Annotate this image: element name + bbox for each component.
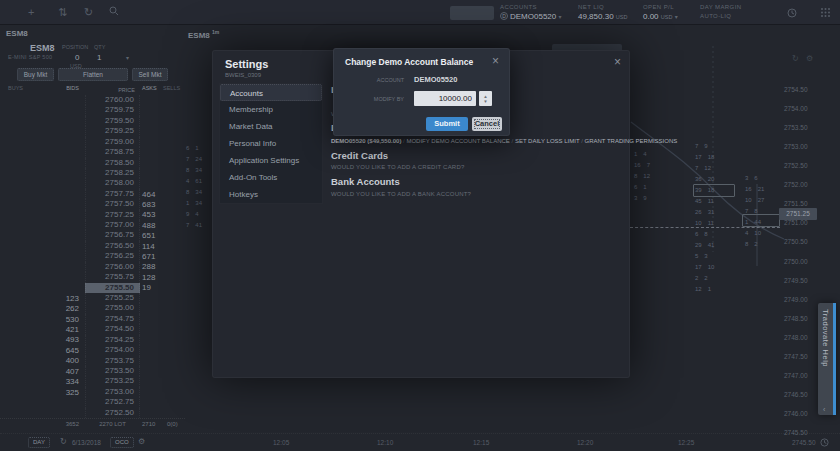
chart-refresh-icon[interactable]: ↻ [792,54,799,63]
sell-mkt-button[interactable]: Sell Mkt [132,68,168,81]
settings-nav-add-on-tools[interactable]: Add-On Tools [220,169,322,186]
ladder-cell-asks[interactable]: 19 [140,283,163,292]
ladder-cell-price[interactable]: 2759.50 [85,116,140,126]
ladder-cell-price[interactable]: 2755.25 [85,293,140,303]
ladder-cell-price[interactable]: 2757.50 [85,199,140,209]
ladder-row[interactable]: 2755.75128 [0,272,185,282]
ladder-cell-asks[interactable]: 464 [140,190,163,199]
chevron-down-icon[interactable]: ▾ [126,54,129,61]
ladder-cell-price[interactable]: 2758.00 [85,178,140,188]
ladder-cell-price[interactable]: 2756.00 [85,262,140,272]
search-icon[interactable] [109,5,119,19]
ladder-cell-bids[interactable]: 325 [35,388,85,397]
transfer-icon[interactable]: ⇅ [58,5,67,19]
ladder-cell-price[interactable]: 2753.00 [85,387,140,397]
settings-nav-application-settings[interactable]: Application Settings [220,152,322,169]
ladder-cell-price[interactable]: 2760.00 [85,95,140,105]
ladder-cell-price[interactable]: 2754.75 [85,314,140,324]
ladder-cell-asks[interactable]: 453 [140,210,163,219]
ladder-cell-price[interactable]: 2755.00 [85,303,140,313]
header-button[interactable] [450,6,494,20]
ladder-cell-price[interactable]: 2752.75 [85,397,140,407]
ladder-row[interactable]: 6452754.00 [0,345,185,355]
ladder-row[interactable]: 2752.75 [0,397,185,407]
ladder-row[interactable]: 2756.75651 [0,230,185,240]
settings-nav-personal-info[interactable]: Personal Info [220,135,322,152]
clock-icon[interactable] [820,438,829,450]
ladder-cell-price[interactable]: 2756.50 [85,241,140,251]
ladder-cell-price[interactable]: 2754.50 [85,324,140,334]
ladder-cell-bids[interactable]: 334 [35,377,85,386]
ladder-cell-price[interactable]: 2757.75 [85,189,140,199]
ladder-row[interactable]: 2758.25 [0,168,185,178]
ladder-cell-price[interactable]: 2757.00 [85,220,140,230]
demo-account-link[interactable]: MODIFY DEMO ACCOUNT BALANCE [406,138,509,144]
ladder-row[interactable]: 2759.00 [0,137,185,147]
ladder-cell-price[interactable]: 2754.25 [85,335,140,345]
ladder-row[interactable]: 2758.50 [0,158,185,168]
chart-timeframe[interactable]: 1m [212,29,219,35]
ladder-cell-bids[interactable]: 400 [35,356,85,365]
oco-badge[interactable]: OCO [110,437,134,448]
ladder-row[interactable]: 2756.25671 [0,251,185,261]
ladder-cell-price[interactable]: 2756.75 [85,230,140,240]
ladder-row[interactable]: 2756.50114 [0,241,185,251]
settings-nav-membership[interactable]: Membership [220,101,322,118]
close-icon[interactable]: × [492,55,499,67]
tradovate-help-tab[interactable]: Tradovate Help ‹ [818,303,836,415]
ladder-cell-asks[interactable]: 671 [140,252,163,261]
qty-stepper[interactable]: 1 [97,53,101,62]
ladder-cell-asks[interactable]: 128 [140,273,163,282]
ladder-cell-asks[interactable]: 683 [140,200,163,209]
ladder-row[interactable]: 3252753.00 [0,387,185,397]
ladder-row[interactable]: 5302754.75 [0,314,185,324]
close-icon[interactable]: × [614,56,621,68]
ladder-cell-price[interactable]: 2758.25 [85,168,140,178]
tif-day-badge[interactable]: DAY [28,437,50,448]
spinner-down-icon[interactable]: ▼ [483,99,487,104]
flatten-button[interactable]: Flatten [58,68,128,81]
cancel-button[interactable]: Cancel [472,117,502,131]
ladder-cell-bids[interactable]: 262 [35,304,85,313]
buy-mkt-button[interactable]: Buy Mkt [17,68,54,81]
ladder-cell-price[interactable]: 2758.75 [85,147,140,157]
ladder-cell-asks[interactable]: 288 [140,262,163,271]
account-selector[interactable]: Accounts DDEMO05520 ▾ [500,4,562,21]
ladder-row[interactable]: 1232755.25 [0,293,185,303]
ladder-cell-price[interactable]: 2759.00 [85,137,140,147]
ladder-cell-bids[interactable]: 530 [35,315,85,324]
ladder-row[interactable]: 4932754.25 [0,335,185,345]
ladder-row[interactable]: 2759.50 [0,116,185,126]
ladder-cell-price[interactable]: 2758.50 [85,158,140,168]
ladder-row[interactable]: 2755.5019 [0,283,185,293]
ladder-row[interactable]: 3342753.25 [0,376,185,386]
order-settings-gear-icon[interactable]: ⚙ [138,437,145,447]
openpl-group[interactable]: Open P/L 0.00 USD ▾ [643,4,678,21]
ladder-cell-price[interactable]: 2752.50 [85,408,140,418]
ladder-cell-price[interactable]: 2759.25 [85,126,140,136]
ladder-cell-price[interactable]: 2753.75 [85,356,140,366]
settings-nav-accounts[interactable]: Accounts [220,84,322,101]
ladder-row[interactable]: 2759.75 [0,105,185,115]
ladder-row[interactable]: 4072753.50 [0,366,185,376]
ladder-cell-bids[interactable]: 407 [35,367,85,376]
settings-nav-market-data[interactable]: Market Data [220,118,322,135]
ladder-cell-price[interactable]: 2754.00 [85,345,140,355]
ladder-row[interactable]: 2758.75 [0,147,185,157]
ladder-row[interactable]: 2757.75464 [0,189,185,199]
ladder-cell-price[interactable]: 2756.25 [85,251,140,261]
amount-spinner[interactable]: ▲▼ [479,91,492,106]
submit-button[interactable]: Submit [426,117,468,131]
ladder-cell-bids[interactable]: 421 [35,325,85,334]
sync-icon[interactable]: ↻ [84,5,93,19]
ladder-cell-asks[interactable]: 488 [140,221,163,230]
ladder-cell-asks[interactable]: 651 [140,231,163,240]
ladder-cell-price[interactable]: 2755.50 [85,283,140,293]
ladder-row[interactable]: 2622755.00 [0,303,185,313]
settings-nav-hotkeys[interactable]: Hotkeys [220,186,322,203]
apps-grid-icon[interactable] [820,7,831,21]
ladder-cell-bids[interactable]: 123 [35,294,85,303]
ladder-cell-price[interactable]: 2757.25 [85,210,140,220]
refresh-icon[interactable]: ↻ [60,437,67,447]
clock-icon[interactable] [787,7,797,21]
